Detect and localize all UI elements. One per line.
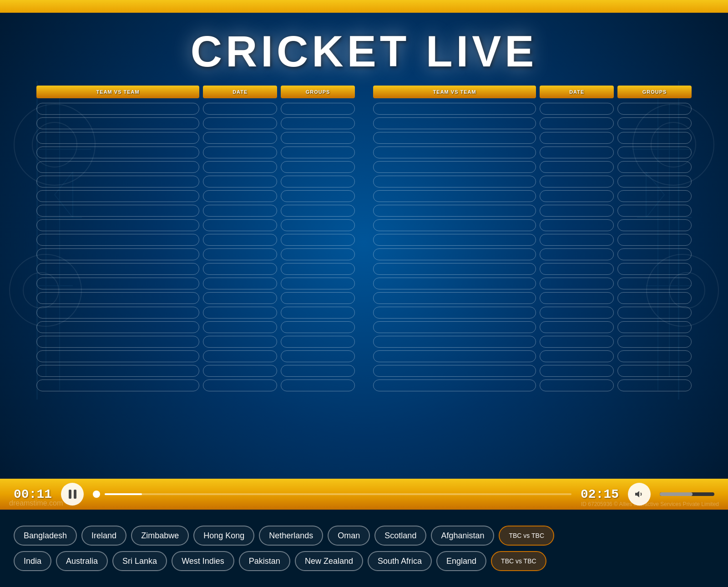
cell [203,103,277,115]
cell [36,380,199,391]
left-col-groups: GROUPS [281,86,355,478]
cell [281,190,355,202]
cell [373,278,536,289]
page-title: CRICKET LIVE [0,26,728,76]
team-pill-south-africa[interactable]: South Africa [368,551,432,571]
team-pill-oman[interactable]: Oman [328,526,370,546]
cell [36,132,199,144]
cell [617,190,692,202]
cell [617,132,692,144]
cell [373,321,536,333]
team-pill-bangladesh[interactable]: Bangladesh [14,526,77,546]
cell [540,234,614,246]
cell [281,336,355,348]
cell [540,350,614,362]
cell [617,336,692,348]
cell [373,365,536,377]
main-content-area: CRICKET LIVE TEAM VS TEAM [0,13,728,587]
cell [203,205,277,217]
teams-section: Bangladesh Ireland Zimbabwe Hong Kong Ne… [0,510,728,587]
cell [281,234,355,246]
cell [617,161,692,173]
progress-track[interactable] [105,493,571,495]
pause-button[interactable] [61,483,84,506]
progress-dot [93,491,100,498]
cell [281,103,355,115]
cell [203,292,277,304]
cell [36,190,199,202]
cell [36,117,199,129]
cell [281,380,355,391]
cell [373,132,536,144]
cell [540,263,614,275]
cell [281,248,355,260]
cell [617,365,692,377]
cell [373,350,536,362]
cell [203,321,277,333]
cell [373,117,536,129]
cell [617,292,692,304]
progress-container[interactable] [93,491,571,498]
team-pill-hong-kong[interactable]: Hong Kong [193,526,254,546]
cell [540,176,614,187]
team-pill-pakistan[interactable]: Pakistan [239,551,290,571]
cell [540,219,614,231]
cell [373,219,536,231]
dreamstime-watermark: dreamstime.com [9,499,63,507]
cell [281,321,355,333]
cell [203,147,277,158]
cell [36,292,199,304]
cell [540,103,614,115]
volume-track[interactable] [660,492,714,496]
cell [203,176,277,187]
cell [373,161,536,173]
team-pill-afghanistan[interactable]: Afghanistan [431,526,494,546]
left-header-team: TEAM VS TEAM [36,86,199,98]
gold-top-bar [0,0,728,13]
team-pill-scotland[interactable]: Scotland [374,526,426,546]
team-pill-zimbabwe[interactable]: Zimbabwe [131,526,189,546]
team-pill-netherlands[interactable]: Netherlands [259,526,323,546]
cell [281,263,355,275]
cell [540,248,614,260]
pause-icon [69,490,76,499]
team-pill-new-zealand[interactable]: New Zealand [295,551,363,571]
cell [203,190,277,202]
team-pill-australia[interactable]: Australia [56,551,108,571]
cell [373,234,536,246]
cell [373,336,536,348]
left-header-groups: GROUPS [281,86,355,98]
team-pill-tbc-1[interactable]: TBC vs TBC [499,526,554,546]
cell [540,380,614,391]
cell [540,147,614,158]
cell [617,147,692,158]
cell [540,190,614,202]
cell [373,176,536,187]
cell [617,219,692,231]
cell [617,176,692,187]
team-pill-india[interactable]: India [14,551,51,571]
cell [281,350,355,362]
cell [203,161,277,173]
team-pill-tbc-2[interactable]: TBC vs TBC [491,551,546,571]
cell [281,147,355,158]
cell [36,248,199,260]
scoreboard: TEAM VS TEAM [36,86,692,478]
pause-bar-left [69,490,71,499]
cell [36,205,199,217]
team-pill-england[interactable]: England [436,551,486,571]
cell [373,263,536,275]
team-pill-west-indies[interactable]: West Indies [172,551,234,571]
teams-row-2: India Australia Sri Lanka West Indies Pa… [14,551,714,571]
cell [617,234,692,246]
id-info: ID 67205936 © Allies Interactive Service… [581,501,719,507]
cell [36,147,199,158]
cell [373,190,536,202]
cell [373,147,536,158]
right-col-date: DATE [540,86,614,478]
team-pill-sri-lanka[interactable]: Sri Lanka [112,551,167,571]
team-pill-ireland[interactable]: Ireland [81,526,126,546]
svg-marker-14 [635,491,639,497]
cell [203,365,277,377]
cell [281,205,355,217]
